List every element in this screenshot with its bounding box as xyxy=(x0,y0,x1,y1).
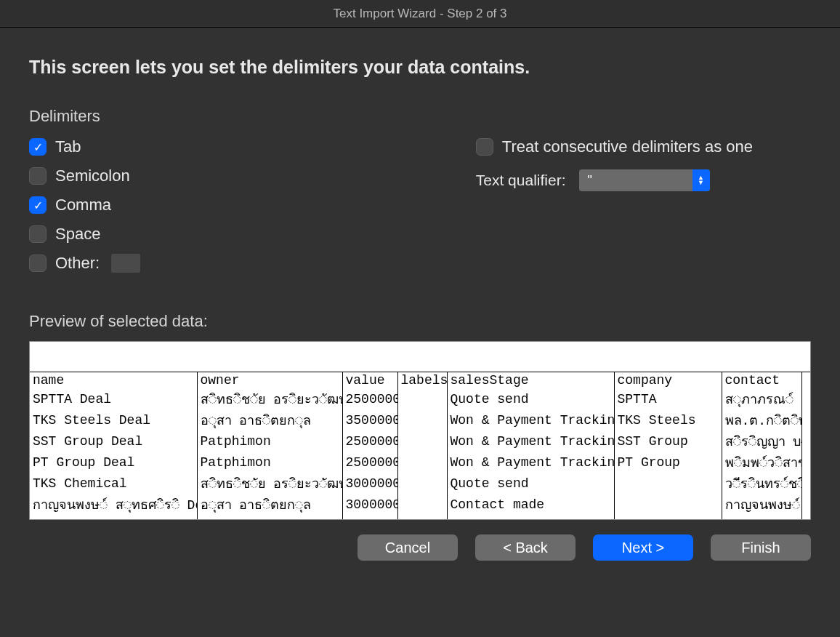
preview-label: Preview of selected data: xyxy=(29,312,811,331)
semicolon-label: Semicolon xyxy=(55,167,130,185)
delimiter-space-row: Space xyxy=(29,225,140,244)
semicolon-checkbox[interactable] xyxy=(29,167,47,185)
table-row: TKS Chemicalส◌ิทธ◌ิช◌ัย อร◌ิยะว◌ัฒนา3000… xyxy=(30,473,801,494)
text-qualifier-select[interactable]: " ▲▼ xyxy=(579,169,710,191)
table-row: PT Group DealPatphimon2500000Won & Payme… xyxy=(30,452,801,473)
window-title: Text Import Wizard - Step 2 of 3 xyxy=(333,7,506,21)
text-qualifier-row: Text qualifier: " ▲▼ xyxy=(476,169,753,191)
delimiter-comma-row: ✓ Comma xyxy=(29,196,140,215)
preview-table: name owner value labels salesStage compa… xyxy=(30,372,802,520)
col-header-stage: salesStage xyxy=(447,372,614,388)
delimiter-other-row: Other: xyxy=(29,254,140,273)
other-label: Other: xyxy=(55,254,100,273)
space-checkbox[interactable] xyxy=(29,225,47,243)
delimiter-semicolon-row: Semicolon xyxy=(29,167,140,185)
table-row: SPTTA Dealส◌ิทธ◌ิช◌ัย อร◌ิยะว◌ัฒนา250000… xyxy=(30,388,801,409)
delimiters-label: Delimiters xyxy=(29,107,811,126)
delimiters-area: ✓ Tab Semicolon ✓ Comma Space Other: xyxy=(29,137,811,273)
space-label: Space xyxy=(55,225,100,244)
col-header-contact: contact xyxy=(722,372,801,388)
back-button[interactable]: < Back xyxy=(475,534,576,561)
treat-consecutive-label: Treat consecutive delimiters as one xyxy=(502,137,753,156)
delimiter-options-col: Treat consecutive delimiters as one Text… xyxy=(476,137,753,273)
text-qualifier-label: Text qualifier: xyxy=(476,172,566,189)
delimiters-checkboxes: ✓ Tab Semicolon ✓ Comma Space Other: xyxy=(29,137,140,273)
window-titlebar: Text Import Wizard - Step 2 of 3 xyxy=(0,0,840,28)
other-checkbox[interactable] xyxy=(29,255,47,272)
table-row: SST Group DealPatphimon2500000Won & Paym… xyxy=(30,430,801,452)
cancel-button[interactable]: Cancel xyxy=(358,534,458,561)
page-heading: This screen lets you set the delimiters … xyxy=(29,57,811,78)
col-header-company: company xyxy=(614,372,722,388)
wizard-buttons: Cancel < Back Next > Finish xyxy=(29,534,811,561)
delimiter-tab-row: ✓ Tab xyxy=(29,137,140,156)
table-row: กาญจนพงษ◌์ ส◌ุทธศ◌ิร◌ิ Dealอ◌ุสา อาธ◌ิตย… xyxy=(30,494,801,515)
col-header-value: value xyxy=(342,372,397,388)
finish-button[interactable]: Finish xyxy=(711,534,811,561)
preview-header-row: name owner value labels salesStage compa… xyxy=(30,372,801,388)
next-button[interactable]: Next > xyxy=(593,534,693,561)
text-qualifier-value: " xyxy=(588,173,592,188)
preview-ruler xyxy=(30,342,810,372)
wizard-content: This screen lets you set the delimiters … xyxy=(0,28,840,637)
comma-checkbox[interactable]: ✓ xyxy=(29,196,47,214)
col-header-owner: owner xyxy=(197,372,342,388)
table-row: VS Paints DealPatphimon3500000Quote send… xyxy=(30,515,801,520)
tab-checkbox[interactable]: ✓ xyxy=(29,138,47,156)
col-header-name: name xyxy=(30,372,197,388)
tab-label: Tab xyxy=(55,137,81,156)
treat-consecutive-checkbox[interactable] xyxy=(476,138,493,156)
treat-consecutive-row: Treat consecutive delimiters as one xyxy=(476,137,753,156)
comma-label: Comma xyxy=(55,196,111,215)
preview-panel: name owner value labels salesStage compa… xyxy=(29,341,811,520)
table-row: TKS Steels Dealอ◌ุสา อาธ◌ิตยก◌ุล3500000W… xyxy=(30,409,801,430)
chevron-updown-icon: ▲▼ xyxy=(692,169,710,191)
col-header-labels: labels xyxy=(397,372,447,388)
other-delimiter-input[interactable] xyxy=(111,254,140,273)
